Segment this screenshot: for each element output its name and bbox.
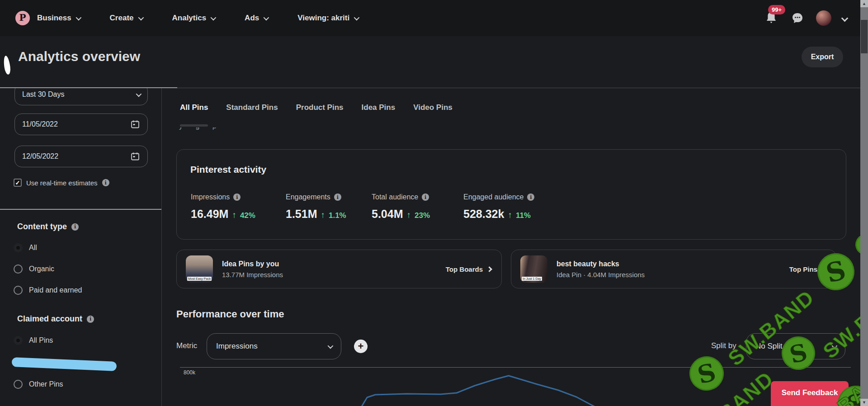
- radio-icon: [14, 243, 23, 252]
- chevron-down-icon: [136, 91, 142, 97]
- tab-product-pins[interactable]: Product Pins: [296, 103, 344, 118]
- realtime-checkbox[interactable]: ✓: [14, 179, 22, 187]
- highlight-subtitle: 13.77M Impressions: [222, 271, 283, 279]
- top-pins-link[interactable]: Top Pins: [789, 265, 826, 273]
- info-icon[interactable]: i: [87, 316, 94, 323]
- chevron-right-icon: [821, 266, 827, 272]
- info-icon[interactable]: i: [422, 194, 429, 201]
- scrollbar-thumb[interactable]: [861, 20, 868, 53]
- scroll-down-button[interactable]: ▼: [860, 399, 868, 406]
- add-metric-button[interactable]: +: [354, 340, 368, 353]
- chevron-down-icon: [328, 343, 334, 349]
- best-beauty-hacks-highlight-card[interactable]: In Just 1 Day best beauty hacks Idea Pin…: [511, 250, 836, 288]
- realtime-label: Use real-time estimates: [26, 179, 98, 187]
- cursor-artifact: [3, 55, 11, 75]
- tab-standard-pins[interactable]: Standard Pins: [226, 103, 278, 118]
- metric-select[interactable]: Impressions: [207, 333, 341, 359]
- tab-all-pins[interactable]: All Pins: [180, 103, 208, 118]
- messages-button[interactable]: [790, 10, 805, 26]
- chevron-right-icon: [486, 266, 492, 272]
- info-icon[interactable]: i: [233, 194, 241, 201]
- pin-type-tabs: All Pins Standard Pins Product Pins Idea…: [180, 103, 453, 118]
- idea-pins-highlight-card[interactable]: Most Easy Pack Idea Pins by you 13.77M I…: [176, 250, 502, 288]
- clipped-text-fragment: y g p: [179, 127, 251, 135]
- chevron-down-icon: [832, 343, 838, 349]
- profile-avatar[interactable]: [816, 10, 831, 26]
- metric-total-audience: Total audiencei 5.04M ↑ 23%: [372, 193, 430, 221]
- split-by-value: No Split: [755, 342, 783, 351]
- nav-create-menu[interactable]: Create: [110, 14, 142, 23]
- arrow-up-icon: ↑: [321, 210, 325, 220]
- chat-icon: [791, 12, 804, 24]
- chevron-down-icon: [211, 14, 217, 20]
- tab-idea-pins[interactable]: Idea Pins: [362, 103, 396, 118]
- nav-ads-menu[interactable]: Ads: [245, 14, 268, 23]
- redaction-scribble: [12, 357, 117, 371]
- start-date-input[interactable]: 11/05/2022: [14, 113, 148, 135]
- metric-select-value: Impressions: [216, 342, 258, 351]
- chevron-down-icon: [138, 14, 144, 20]
- end-date-input[interactable]: 12/05/2022: [14, 146, 148, 167]
- chart-line: [362, 376, 594, 406]
- metric-value: 16.49M: [191, 208, 228, 221]
- metric-change: 42%: [240, 211, 255, 220]
- content-type-heading: Content type: [17, 222, 67, 231]
- nav-analytics-menu[interactable]: Analytics: [172, 14, 215, 23]
- top-boards-link[interactable]: Top Boards: [446, 265, 491, 273]
- pinterest-logo-icon[interactable]: P: [15, 11, 30, 25]
- impressions-line-chart: [180, 368, 851, 406]
- info-icon[interactable]: i: [102, 179, 109, 186]
- export-button[interactable]: Export: [802, 47, 843, 67]
- nav-business-label: Business: [37, 14, 71, 23]
- info-icon[interactable]: i: [71, 223, 79, 231]
- filters-sidebar: Last 30 Days 11/05/2022 12/05/2022 ✓ Use…: [0, 88, 162, 406]
- pin-thumbnail: Most Easy Pack: [186, 255, 213, 283]
- page-header: Analytics overview Export: [0, 36, 868, 88]
- pinterest-activity-card: Pinterest activity Impressionsi 16.49M ↑…: [176, 149, 846, 240]
- split-by-label: Split by: [711, 341, 736, 350]
- pin-thumbnail: In Just 1 Day: [520, 255, 547, 283]
- end-date-value: 12/05/2022: [22, 152, 58, 161]
- activity-card-title: Pinterest activity: [190, 164, 266, 175]
- radio-content-paid[interactable]: Paid and earned: [14, 286, 82, 295]
- nav-ads-label: Ads: [245, 14, 259, 23]
- split-by-select[interactable]: No Split: [746, 333, 845, 359]
- metric-value: 528.32k: [463, 208, 504, 221]
- arrow-up-icon: ↑: [508, 210, 512, 220]
- metric-engaged-audience: Engaged audiencei 528.32k ↑ 11%: [463, 193, 534, 221]
- notifications-button[interactable]: 99+: [764, 10, 779, 26]
- performance-heading: Performance over time: [176, 308, 284, 320]
- performance-chart: 800k: [180, 367, 851, 406]
- tab-video-pins[interactable]: Video Pins: [413, 103, 453, 118]
- nav-viewing-menu[interactable]: Viewing: akriti: [297, 14, 358, 23]
- info-icon[interactable]: i: [527, 194, 534, 201]
- calendar-icon: [130, 119, 140, 129]
- nav-right-group: 99+: [764, 10, 847, 26]
- metric-value: 1.51M: [286, 208, 317, 221]
- metric-change: 11%: [516, 211, 531, 220]
- nav-viewing-label: Viewing: akriti: [297, 14, 349, 23]
- send-feedback-button[interactable]: Send Feedback: [771, 381, 849, 406]
- highlight-subtitle: Idea Pin · 4.04M Impressions: [557, 271, 645, 279]
- metric-value: 5.04M: [372, 208, 403, 221]
- nav-analytics-label: Analytics: [172, 14, 207, 23]
- nav-business-menu[interactable]: Business: [37, 14, 80, 23]
- radio-claimed-all-pins[interactable]: All Pins: [14, 336, 53, 345]
- vertical-scrollbar[interactable]: ▲ ▼: [860, 0, 868, 406]
- chevron-down-icon: [75, 14, 81, 20]
- account-switcher-chevron-icon[interactable]: [841, 14, 849, 22]
- radio-content-organic[interactable]: Organic: [14, 264, 54, 274]
- radio-content-all[interactable]: All: [14, 243, 37, 252]
- scroll-up-button[interactable]: ▲: [860, 0, 868, 7]
- date-range-value: Last 30 Days: [22, 90, 64, 99]
- arrow-up-icon: ↑: [232, 210, 236, 220]
- metric-engagements: Engagementsi 1.51M ↑ 1.1%: [286, 193, 346, 221]
- notification-badge: 99+: [768, 5, 785, 14]
- radio-claimed-other-pins[interactable]: Other Pins: [14, 380, 63, 389]
- chevron-down-icon: [354, 14, 360, 20]
- metric-change: 1.1%: [329, 211, 346, 220]
- metric-change: 23%: [415, 211, 430, 220]
- date-range-select[interactable]: Last 30 Days: [14, 88, 148, 105]
- info-icon[interactable]: i: [334, 194, 341, 201]
- metric-label: Metric: [176, 341, 197, 350]
